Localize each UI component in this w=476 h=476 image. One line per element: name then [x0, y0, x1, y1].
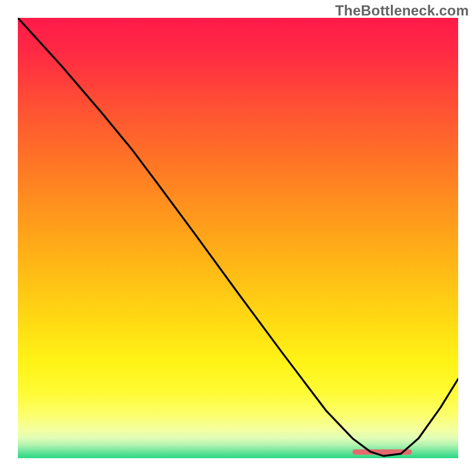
plot-area [18, 18, 458, 458]
chart-frame: TheBottleneck.com [0, 0, 476, 476]
plot-svg [18, 18, 458, 458]
watermark-text: TheBottleneck.com [335, 2, 469, 19]
gradient-background [18, 18, 458, 458]
